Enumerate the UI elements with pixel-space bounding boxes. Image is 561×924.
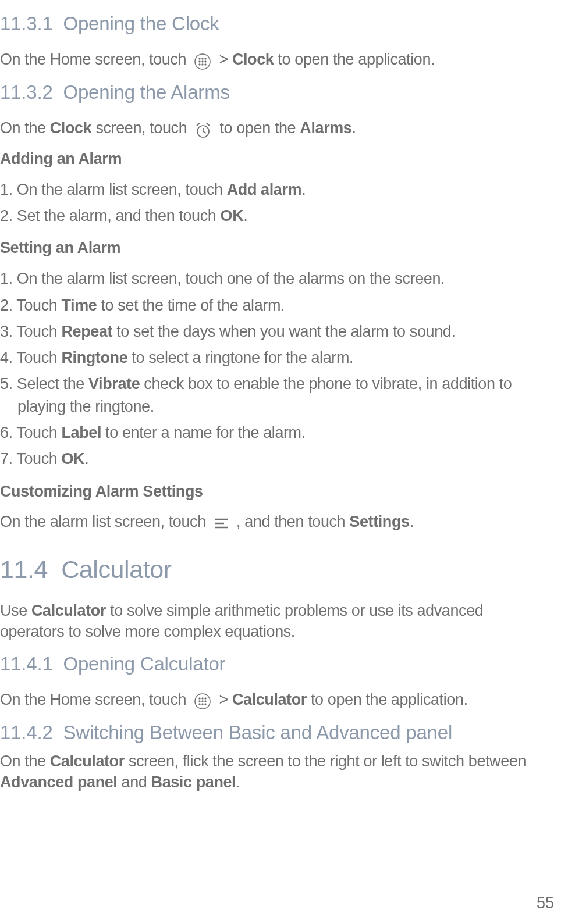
- heading-text: Opening the Clock: [63, 13, 219, 34]
- paragraph: Use Calculator to solve simple arithmeti…: [0, 600, 538, 643]
- svg-point-27: [205, 703, 207, 705]
- svg-point-22: [199, 700, 201, 702]
- text: .: [243, 207, 247, 224]
- text-bold: Label: [61, 424, 101, 441]
- svg-point-8: [202, 63, 204, 65]
- paragraph: On the alarm list screen, touch , and th…: [0, 511, 538, 533]
- svg-point-25: [199, 703, 201, 705]
- svg-point-1: [199, 58, 201, 59]
- text: .: [410, 513, 414, 530]
- text-bold: Vibrate: [88, 375, 140, 393]
- text-bold: Calculator: [50, 752, 125, 770]
- list-item: 1. On the alarm list screen, touch Add a…: [17, 179, 538, 201]
- text-bold: Repeat: [61, 323, 112, 340]
- text: 1. On the alarm list screen, touch: [0, 181, 227, 198]
- text: .: [236, 773, 240, 791]
- svg-point-9: [205, 63, 207, 65]
- text: 5. Select the: [0, 375, 88, 393]
- heading-11-4-2: 11.4.2 Switching Between Basic and Advan…: [0, 722, 538, 744]
- text: >: [219, 691, 232, 708]
- list-item: 4. Touch Ringtone to select a ringtone f…: [17, 347, 538, 369]
- svg-point-19: [199, 697, 201, 699]
- text: On the: [0, 119, 50, 137]
- subheading-customizing-alarm: Customizing Alarm Settings: [0, 483, 538, 501]
- list-item: 2. Touch Time to set the time of the ala…: [17, 294, 538, 317]
- paragraph: On the Calculator screen, flick the scre…: [0, 751, 538, 793]
- text: to open the: [220, 119, 300, 137]
- svg-point-7: [199, 63, 201, 65]
- text: .: [84, 450, 88, 468]
- ordered-list: 1. On the alarm list screen, touch Add a…: [0, 179, 538, 227]
- heading-text: Opening Calculator: [63, 653, 226, 675]
- text-bold: Clock: [232, 51, 274, 68]
- heading-text: Switching Between Basic and Advanced pan…: [63, 722, 453, 743]
- text-bold: Add alarm: [227, 181, 301, 198]
- svg-line-12: [203, 131, 206, 133]
- list-item: 3. Touch Repeat to set the days when you…: [17, 320, 538, 343]
- svg-point-6: [205, 60, 207, 62]
- page-number: 55: [537, 894, 554, 912]
- text-bold: Calculator: [31, 602, 106, 619]
- text: On the: [0, 752, 50, 770]
- svg-point-24: [205, 700, 207, 702]
- heading-11-3-2: 11.3.2 Opening the Alarms: [0, 81, 538, 104]
- svg-point-4: [199, 60, 201, 62]
- text-bold: Calculator: [232, 691, 307, 708]
- heading-number: 11.4: [0, 555, 48, 583]
- heading-text: Opening the Alarms: [63, 81, 230, 103]
- text: 3. Touch: [0, 323, 61, 340]
- text: 6. Touch: [0, 424, 61, 441]
- svg-point-21: [205, 697, 207, 699]
- list-item: 2. Set the alarm, and then touch OK.: [17, 205, 538, 227]
- svg-point-3: [205, 58, 207, 59]
- text-bold: Alarms: [300, 119, 351, 137]
- text: screen, touch: [91, 119, 191, 137]
- text-bold: Basic panel: [151, 773, 236, 791]
- text: >: [219, 51, 232, 68]
- ordered-list: 1. On the alarm list screen, touch one o…: [0, 267, 538, 470]
- list-item: 6. Touch Label to enter a name for the a…: [17, 422, 538, 444]
- text: On the Home screen, touch: [0, 691, 190, 708]
- heading-number: 11.3.2: [0, 81, 53, 103]
- text: On the alarm list screen, touch: [0, 513, 210, 530]
- paragraph: On the Home screen, touch > Clock to ope…: [0, 49, 538, 71]
- text: to enter a name for the alarm.: [101, 424, 306, 441]
- text: 7. Touch: [0, 450, 61, 468]
- text: Use: [0, 602, 31, 619]
- subheading-adding-alarm: Adding an Alarm: [0, 150, 538, 168]
- heading-11-4-1: 11.4.1 Opening Calculator: [0, 653, 538, 675]
- apps-grid-icon: [194, 50, 211, 71]
- list-item: 1. On the alarm list screen, touch one o…: [17, 267, 538, 290]
- heading-number: 11.4.2: [0, 722, 53, 743]
- text: 4. Touch: [0, 349, 61, 366]
- text: screen, flick the screen to the right or…: [125, 752, 526, 770]
- text: On the Home screen, touch: [0, 51, 190, 68]
- paragraph: On the Clock screen, touch to open the A…: [0, 117, 538, 140]
- subheading-setting-alarm: Setting an Alarm: [0, 239, 538, 257]
- text: to open the application.: [307, 691, 468, 708]
- svg-line-13: [197, 123, 200, 126]
- text: to set the days when you want the alarm …: [112, 323, 455, 340]
- text-bold: Time: [61, 297, 97, 314]
- text: .: [301, 181, 306, 198]
- heading-number: 11.4.1: [0, 653, 53, 675]
- menu-lines-icon: [214, 512, 229, 533]
- text-bold: Advanced panel: [0, 773, 117, 791]
- svg-point-5: [202, 60, 204, 62]
- text-bold: OK: [221, 207, 244, 224]
- text: to open the application.: [278, 51, 435, 68]
- heading-text: Calculator: [61, 555, 172, 583]
- text: and: [117, 773, 151, 791]
- svg-point-26: [202, 703, 204, 705]
- svg-point-2: [202, 58, 204, 59]
- text-bold: OK: [61, 450, 84, 468]
- alarm-clock-icon: [194, 119, 212, 140]
- text: 2. Set the alarm, and then touch: [0, 207, 221, 224]
- text: to set the time of the alarm.: [97, 297, 285, 314]
- text-bold: Clock: [50, 119, 92, 137]
- svg-point-20: [202, 697, 204, 699]
- svg-point-23: [202, 700, 204, 702]
- text-bold: Settings: [349, 513, 409, 530]
- heading-11-3-1: 11.3.1 Opening the Clock: [0, 13, 538, 35]
- text: 2. Touch: [0, 297, 61, 314]
